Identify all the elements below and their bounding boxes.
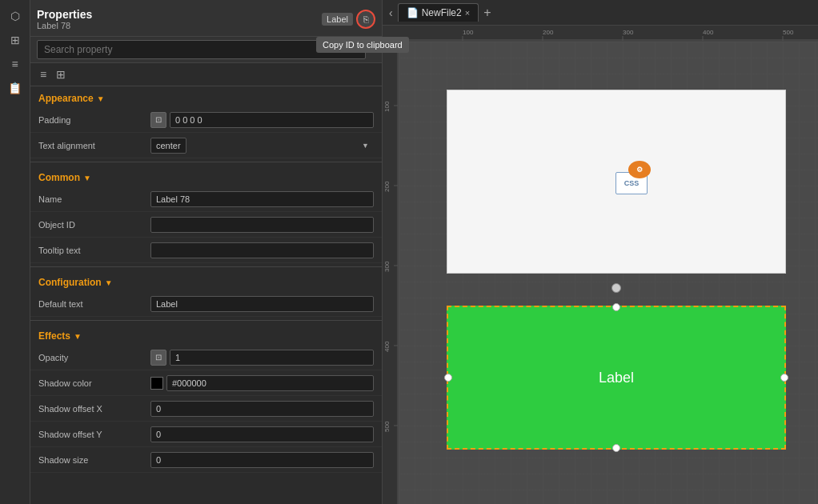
svg-text:400: 400 [383,341,391,352]
svg-text:500: 500 [383,421,391,432]
grid-icon[interactable]: ⊞ [6,30,25,50]
tab-newfile2[interactable]: 📄 NewFile2 × [398,3,479,22]
object-id-row: Object ID [30,212,382,238]
copy-id-button[interactable]: ⎘ [356,10,375,29]
padding-value: ⊡ [150,112,374,128]
tab-nav-back[interactable]: ‹ [386,6,396,19]
tab-close-button[interactable]: × [465,8,470,18]
css-icon: ⚙ CSS [607,154,656,194]
tooltip-text-input[interactable] [150,242,374,258]
default-text-value [150,296,374,312]
panel-subtitle: Label 78 [37,21,92,30]
label-element[interactable]: Label [447,306,786,450]
svg-text:400: 400 [703,29,714,36]
common-arrow: ▼ [83,174,91,182]
shadow-color-swatch[interactable] [150,377,163,390]
svg-text:100: 100 [383,101,391,112]
svg-text:200: 200 [543,29,554,36]
shadow-offset-x-row: Shadow offset X [30,396,382,422]
shadow-color-value [150,375,374,391]
common-label: Common [38,172,80,183]
text-alignment-select-wrapper: left center right justify [150,138,374,154]
object-id-input[interactable] [150,217,374,233]
name-value [150,191,374,207]
appearance-label: Appearance [38,93,94,104]
shadow-offset-y-label: Shadow offset Y [38,430,150,439]
document-icon[interactable]: 📋 [6,78,25,98]
handle-bottom[interactable] [612,444,620,452]
tooltip-text-label: Tooltip text [38,246,150,255]
divider-3 [30,320,382,321]
handle-right[interactable] [780,374,788,382]
divider-2 [30,266,382,267]
canvas-content: ⚙ CSS Label [399,42,818,504]
panel-icons-row: ≡ ⊞ [30,63,382,86]
handle-rotate[interactable] [611,283,621,293]
label-badge: Label [322,13,353,26]
panel-header: Properties Label 78 Label ⎘ [30,0,382,37]
css-badge: ⚙ [628,161,651,178]
effects-label: Effects [38,330,70,342]
properties-panel: Properties Label 78 Label ⎘ Copy ID to c… [30,0,383,504]
design-area-top: ⚙ CSS [447,90,786,274]
svg-text:300: 300 [383,261,391,272]
configuration-arrow: ▼ [105,278,113,287]
object-id-label: Object ID [38,220,150,230]
handle-top[interactable] [612,303,620,311]
padding-row: Padding ⊡ [30,107,382,133]
appearance-arrow: ▼ [97,94,105,103]
shadow-color-input[interactable] [166,375,374,391]
shadow-offset-x-label: Shadow offset X [38,404,150,414]
main-area: ‹ 📄 NewFile2 × + 100 200 300 400 500 [383,0,818,504]
svg-text:300: 300 [623,29,634,36]
panel-content: Appearance ▼ Padding ⊡ Text alignment le… [30,86,382,504]
default-text-label: Default text [38,299,150,309]
section-effects[interactable]: Effects ▼ [30,324,382,345]
canvas-area[interactable]: 100 200 300 400 500 [383,26,818,504]
section-appearance[interactable]: Appearance ▼ [30,86,382,107]
padding-icon[interactable]: ⊡ [150,112,166,128]
ruler-top-svg: 100 200 300 400 500 [399,26,818,41]
tooltip-text-value [150,242,374,258]
text-alignment-value: left center right justify [150,138,374,154]
default-text-input[interactable] [150,296,374,312]
layers-icon[interactable]: ≡ [6,54,25,74]
svg-text:500: 500 [783,29,794,36]
shadow-offset-x-value [150,401,374,417]
opacity-icon[interactable]: ⊡ [150,350,166,366]
text-alignment-select[interactable]: left center right justify [150,138,186,154]
tab-bar: ‹ 📄 NewFile2 × + [383,0,818,26]
effects-arrow: ▼ [74,332,82,341]
shadow-offset-y-value [150,426,374,442]
section-common[interactable]: Common ▼ [30,166,382,186]
opacity-input[interactable] [170,350,374,366]
ruler-left-svg: 100 200 300 400 500 [383,42,399,504]
name-label: Name [38,194,150,204]
shadow-offset-y-input[interactable] [150,426,374,442]
tab-add-button[interactable]: + [480,6,494,20]
shadow-size-row: Shadow size [30,447,382,473]
tooltip-text-row: Tooltip text [30,238,382,263]
padding-label: Padding [38,115,150,125]
configuration-label: Configuration [38,277,102,288]
shadow-color-label: Shadow color [38,378,150,388]
shadow-size-input[interactable] [150,452,374,468]
section-configuration[interactable]: Configuration ▼ [30,270,382,291]
copy-id-tooltip: Copy ID to clipboard [316,37,383,53]
shadow-offset-y-row: Shadow offset Y [30,422,382,447]
default-text-row: Default text [30,291,382,317]
panel-header-left: Properties Label 78 [37,8,92,30]
name-input[interactable] [150,191,374,207]
tab-label: NewFile2 [422,7,462,18]
ruler-left: 100 200 300 400 500 [383,42,399,504]
opacity-label: Opacity [38,353,150,362]
panel-title: Properties [37,8,92,21]
grid-view-button[interactable]: ⊞ [53,66,69,82]
label-element-text: Label [599,370,634,386]
handle-left[interactable] [444,374,452,382]
shadow-offset-x-input[interactable] [150,401,374,417]
list-view-button[interactable]: ≡ [37,66,50,82]
padding-input[interactable] [170,112,374,128]
opacity-value: ⊡ [150,350,374,366]
shadow-size-value [150,452,374,468]
